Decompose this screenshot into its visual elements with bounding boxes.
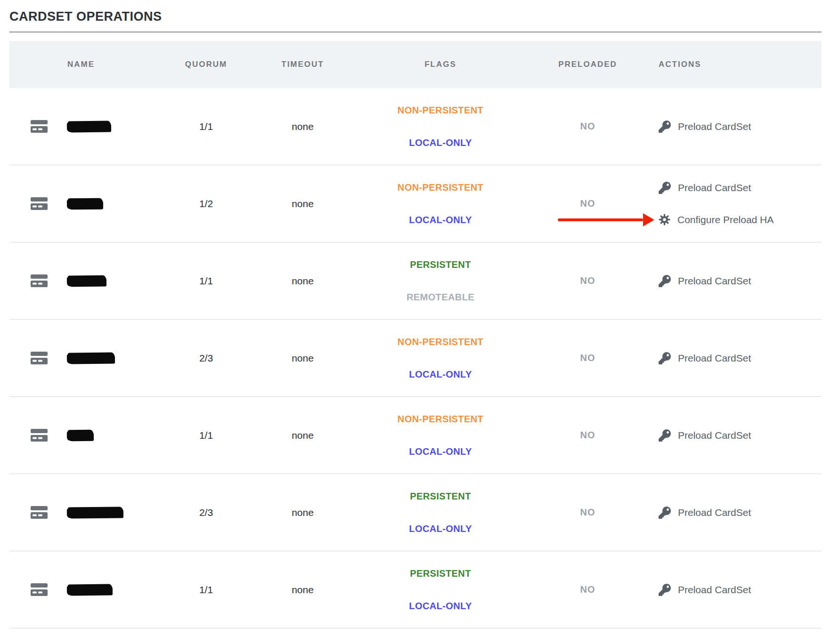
name-cell	[59, 276, 148, 286]
preload-cardset-action[interactable]: Preload CardSet	[659, 429, 751, 442]
flag-persistent: PERSISTENT	[410, 491, 471, 502]
action-label: Preload CardSet	[678, 507, 751, 518]
title-divider	[9, 32, 822, 32]
action-label: Preload CardSet	[678, 121, 751, 132]
flag-local-only: LOCAL-ONLY	[409, 446, 472, 457]
name-icon-cell	[9, 274, 59, 287]
header-flags: FLAGS	[342, 60, 539, 69]
configure-preload-ha-action[interactable]: Configure Preload HA	[659, 214, 774, 225]
table-row: 1/1 none PERSISTENTLOCAL-ONLY NO Preload…	[9, 551, 822, 628]
actions-cell: Preload CardSet	[636, 507, 822, 519]
actions-cell: Preload CardSet	[636, 275, 822, 287]
flags-cell: PERSISTENTREMOTEABLE	[342, 259, 539, 303]
header-actions: ACTIONS	[636, 60, 822, 69]
timeout-value: none	[264, 275, 342, 287]
flag-persistent: PERSISTENT	[410, 259, 471, 270]
table-row: 1/2 none NON-PERSISTENTLOCAL-ONLY NO Pre…	[9, 165, 822, 242]
name-icon-cell	[9, 506, 59, 519]
quorum-value: 1/2	[148, 198, 264, 209]
preloaded-value: NO	[539, 275, 636, 286]
preload-cardset-action[interactable]: Preload CardSet	[659, 121, 751, 133]
flag-remoteable: REMOTEABLE	[407, 292, 474, 303]
cardset-name-redacted	[67, 198, 103, 209]
flag-local-only: LOCAL-ONLY	[409, 369, 472, 380]
cardset-name-redacted	[67, 430, 93, 441]
timeout-value: none	[264, 584, 342, 596]
preloaded-value: NO	[539, 353, 636, 363]
credit-card-icon	[31, 120, 48, 133]
flags-cell: NON-PERSISTENTLOCAL-ONLY	[342, 105, 539, 148]
action-label: Preload CardSet	[678, 353, 751, 364]
credit-card-icon	[31, 583, 48, 596]
credit-card-icon	[31, 352, 48, 364]
cardset-name-redacted	[67, 121, 111, 132]
key-icon	[659, 584, 671, 596]
key-icon	[659, 429, 671, 442]
timeout-value: none	[264, 430, 342, 441]
key-icon	[659, 275, 671, 287]
name-cell	[59, 430, 148, 441]
cardset-name-redacted	[67, 584, 112, 595]
credit-card-icon	[31, 197, 48, 210]
preload-cardset-action[interactable]: Preload CardSet	[659, 584, 751, 596]
flag-non-persistent: NON-PERSISTENT	[398, 414, 483, 425]
timeout-value: none	[264, 507, 342, 518]
actions-cell: Preload CardSet	[636, 429, 822, 442]
name-cell	[59, 507, 148, 518]
timeout-value: none	[264, 198, 342, 209]
key-icon	[659, 507, 671, 519]
flag-non-persistent: NON-PERSISTENT	[398, 182, 483, 193]
preload-cardset-action[interactable]: Preload CardSet	[659, 182, 751, 194]
preload-cardset-action[interactable]: Preload CardSet	[659, 507, 751, 519]
flag-persistent: PERSISTENT	[410, 568, 471, 579]
flag-local-only: LOCAL-ONLY	[409, 523, 472, 534]
table-row: 1/1 none PERSISTENTREMOTEABLE NO Preload…	[9, 242, 822, 320]
flags-cell: PERSISTENTLOCAL-ONLY	[342, 491, 539, 534]
preload-cardset-action[interactable]: Preload CardSet	[659, 352, 751, 364]
page-title: CARDSET OPERATIONS	[9, 0, 822, 24]
quorum-value: 1/1	[148, 430, 264, 441]
preload-cardset-action[interactable]: Preload CardSet	[659, 275, 751, 287]
flags-cell: NON-PERSISTENTLOCAL-ONLY	[342, 337, 539, 380]
credit-card-icon	[31, 429, 48, 442]
name-icon-cell	[9, 120, 59, 133]
quorum-value: 2/3	[148, 353, 264, 364]
flag-local-only: LOCAL-ONLY	[409, 137, 472, 148]
key-icon	[659, 182, 671, 194]
actions-cell: Preload CardSetConfigure Preload HA	[636, 182, 822, 225]
preloaded-value: NO	[539, 507, 636, 518]
flag-local-only: LOCAL-ONLY	[409, 601, 472, 612]
name-cell	[59, 353, 148, 363]
quorum-value: 1/1	[148, 275, 264, 287]
cardset-name-redacted	[67, 353, 114, 363]
preloaded-value: NO	[539, 121, 636, 132]
name-icon-cell	[9, 352, 59, 364]
credit-card-icon	[31, 506, 48, 519]
key-icon	[659, 121, 671, 133]
preloaded-value: NO	[539, 198, 636, 209]
name-icon-cell	[9, 583, 59, 596]
name-icon-cell	[9, 197, 59, 210]
timeout-value: none	[264, 353, 342, 364]
quorum-value: 1/1	[148, 584, 264, 596]
table-row: 2/3 none PERSISTENTLOCAL-ONLY NO Preload…	[9, 474, 822, 551]
action-label: Preload CardSet	[678, 182, 751, 193]
header-timeout: TIMEOUT	[264, 60, 342, 69]
table-row: 1/1 none NON-PERSISTENTLOCAL-ONLY NO Pre…	[9, 397, 822, 474]
actions-cell: Preload CardSet	[636, 121, 822, 133]
table-row: 1/1 none NON-PERSISTENTLOCAL-ONLY NO Pre…	[9, 88, 822, 165]
table-body: 1/1 none NON-PERSISTENTLOCAL-ONLY NO Pre…	[9, 88, 822, 628]
flag-local-only: LOCAL-ONLY	[409, 215, 472, 225]
quorum-value: 1/1	[148, 121, 264, 132]
timeout-value: none	[264, 121, 342, 132]
name-cell	[59, 199, 148, 209]
cardset-name-redacted	[67, 507, 123, 518]
name-cell	[59, 121, 148, 132]
red-arrow-annotation	[558, 213, 654, 226]
flags-cell: NON-PERSISTENTLOCAL-ONLY	[342, 182, 539, 225]
gear-icon	[659, 214, 670, 225]
header-quorum: QUORUM	[148, 60, 264, 69]
flag-non-persistent: NON-PERSISTENT	[398, 337, 483, 347]
table-row: 2/3 none NON-PERSISTENTLOCAL-ONLY NO Pre…	[9, 320, 822, 397]
header-name: NAME	[59, 60, 148, 69]
